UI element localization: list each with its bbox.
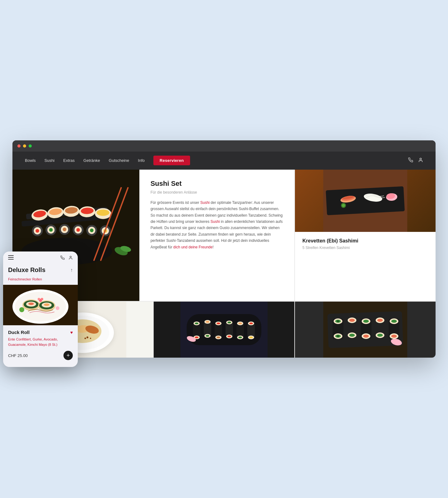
browser-dot-minimize[interactable] <box>23 144 26 148</box>
svg-point-17 <box>35 229 39 233</box>
navbar: Bowls Sushi Extras Getränke Gutscheine I… <box>12 152 436 170</box>
mobile-food-image <box>3 285 78 325</box>
heart-icon[interactable]: ♥ <box>70 330 73 335</box>
svg-point-124 <box>391 335 397 338</box>
krevetten-card: Krevetten (Ebi) Sashimi 5 Streifen Kreve… <box>295 170 436 301</box>
user-icon[interactable] <box>418 157 423 164</box>
svg-point-117 <box>377 319 383 322</box>
svg-rect-43 <box>326 186 405 215</box>
sushi-set-body: Für grössere Events ist unser Sushi der … <box>151 200 283 250</box>
hamburger-icon[interactable] <box>8 255 14 261</box>
svg-point-82 <box>227 322 231 323</box>
krevetten-subtitle: 5 Streifen Krevetten Sashimi <box>302 246 428 250</box>
browser-dot-close[interactable] <box>17 144 21 148</box>
svg-point-84 <box>227 336 231 337</box>
svg-point-69 <box>195 336 198 338</box>
svg-point-26 <box>76 228 80 232</box>
svg-point-89 <box>238 336 242 338</box>
browser-chrome <box>12 140 436 152</box>
svg-point-114 <box>363 335 369 338</box>
svg-point-23 <box>63 228 67 231</box>
mobile-item-name: Duck Roll <box>8 330 30 335</box>
mobile-item-details: Duck Roll ♥ Ente Confittiert, Gurke, Avo… <box>3 325 78 367</box>
nav-gutscheine[interactable]: Gutscheine <box>109 158 129 163</box>
svg-point-14 <box>97 209 110 216</box>
svg-point-61 <box>90 338 91 339</box>
svg-point-74 <box>206 335 209 337</box>
svg-point-62 <box>85 338 86 339</box>
nav-info[interactable]: Info <box>138 158 145 163</box>
svg-point-140 <box>44 303 49 306</box>
svg-point-67 <box>195 322 198 324</box>
mobile-user-icon[interactable] <box>68 256 73 261</box>
phone-icon[interactable] <box>408 157 413 164</box>
mobile-item-description: Ente Confittiert, Gurke, Avocado, Guacam… <box>8 337 73 347</box>
bottom-right-food-card <box>295 302 436 358</box>
svg-point-112 <box>363 320 369 323</box>
svg-point-142 <box>56 306 59 310</box>
svg-point-29 <box>90 228 94 232</box>
sushi-set-title: Sushi Set <box>151 180 283 188</box>
svg-rect-127 <box>8 257 14 258</box>
svg-point-107 <box>349 319 355 322</box>
svg-point-77 <box>217 322 220 324</box>
mobile-page-title: Deluxe Rolls <box>8 266 45 274</box>
browser-dot-fullscreen[interactable] <box>29 144 32 148</box>
krevetten-image <box>295 170 436 232</box>
nav-bowls[interactable]: Bowls <box>25 158 36 163</box>
scene: Bowls Sushi Extras Getränke Gutscheine I… <box>12 140 436 358</box>
bottom-middle-food-card <box>154 302 294 358</box>
svg-point-0 <box>420 158 421 160</box>
krevetten-title: Krevetten (Ebi) Sashimi <box>302 238 428 244</box>
nav-sushi[interactable]: Sushi <box>44 158 55 163</box>
svg-point-144 <box>38 298 40 300</box>
nav-getranke[interactable]: Getränke <box>83 158 100 163</box>
sushi-set-subtitle: Für die besonderen Anlässe <box>151 190 283 195</box>
add-to-cart-button[interactable]: + <box>63 351 73 360</box>
svg-point-119 <box>377 334 383 337</box>
svg-point-94 <box>249 336 253 338</box>
mobile-title-row: Deluxe Rolls ↑ <box>3 265 78 277</box>
mobile-nav-icons <box>60 256 73 261</box>
svg-point-51 <box>342 204 345 207</box>
sushi-set-text: Sushi Set Für die besonderen Anlässe Für… <box>139 170 294 301</box>
svg-point-87 <box>238 322 242 324</box>
svg-point-101 <box>337 320 339 322</box>
mobile-scroll-up[interactable]: ↑ <box>70 267 73 273</box>
svg-point-92 <box>249 322 253 324</box>
mobile-phone-icon[interactable] <box>60 256 65 261</box>
navbar-icons <box>408 157 423 164</box>
svg-rect-126 <box>8 255 14 256</box>
mobile-item-name-row: Duck Roll ♥ <box>8 330 73 335</box>
mobile-price-row: CHF 25.00 + <box>8 351 73 365</box>
svg-point-20 <box>49 228 53 232</box>
svg-point-122 <box>391 320 397 323</box>
mobile-overlay: Deluxe Rolls ↑ Feinschmecker Rollen <box>3 251 78 367</box>
reservieren-button[interactable]: Reservieren <box>153 156 190 165</box>
svg-point-141 <box>19 307 24 312</box>
svg-point-79 <box>217 336 220 338</box>
krevetten-text: Krevetten (Ebi) Sashimi 5 Streifen Kreve… <box>295 232 436 301</box>
svg-point-72 <box>206 321 209 323</box>
svg-point-109 <box>349 334 355 337</box>
svg-point-104 <box>337 335 339 337</box>
svg-point-129 <box>70 256 72 257</box>
svg-point-60 <box>86 336 88 338</box>
mobile-category-subtitle: Feinschmecker Rollen <box>3 277 78 285</box>
svg-point-145 <box>41 298 43 300</box>
nav-extras[interactable]: Extras <box>63 158 75 163</box>
svg-rect-128 <box>8 259 14 260</box>
mobile-navbar <box>3 251 78 265</box>
svg-point-136 <box>28 303 34 305</box>
nav-links: Bowls Sushi Extras Getränke Gutscheine I… <box>25 156 190 165</box>
mobile-item-price: CHF 25.00 <box>8 353 28 358</box>
